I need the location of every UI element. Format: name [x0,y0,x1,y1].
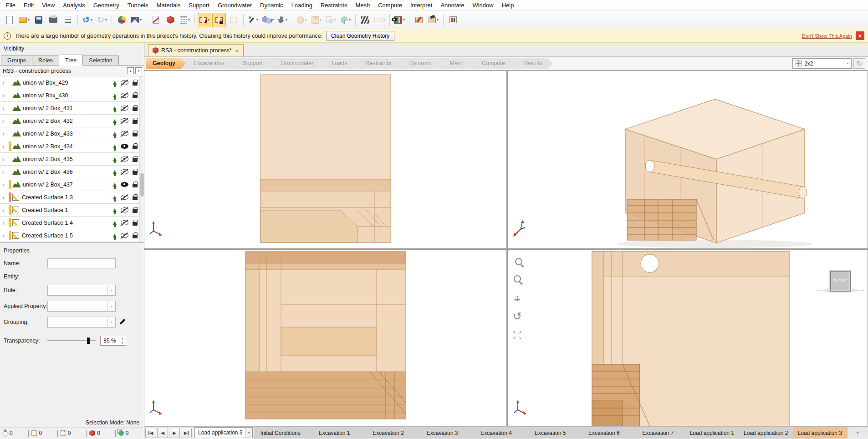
move-up-icon[interactable] [113,221,117,225]
pan-icon[interactable]: ↔↕ [511,292,523,303]
menu-view[interactable]: View [38,0,59,10]
stage-tab-load-application-1[interactable]: Load application 1 [685,427,739,439]
workflow-tab-dynamic[interactable]: Dynamic [397,58,443,69]
tree-row[interactable]: ›Created Surface 1 4 [0,217,144,229]
expand-all-button[interactable]: ▾ [135,67,142,74]
window-selection-button[interactable]: ▾ [198,13,211,27]
move-up-icon[interactable] [113,119,117,123]
tab-roles[interactable]: Roles [32,56,59,65]
subtract-button[interactable]: ▾ [324,13,338,27]
tree-row[interactable]: ›union w/ 2 Box_436 [0,166,144,178]
warning-close-button[interactable]: × [856,31,864,40]
slider-thumb[interactable] [87,338,90,344]
visibility-eye-icon[interactable] [121,233,128,238]
tree-row[interactable]: ›union w/ Box_429 [0,76,144,89]
lock-icon[interactable] [133,107,138,111]
move-up-icon[interactable] [113,145,117,148]
import-geometry-button[interactable]: ▾ [276,13,289,27]
tree-row[interactable]: ›union w/ 2 Box_437 [0,178,144,191]
lock-icon[interactable] [133,158,138,162]
lock-icon[interactable] [133,222,138,226]
menu-annotate[interactable]: Annotate [436,0,468,10]
workflow-tab-excavations[interactable]: Excavations [181,58,235,69]
visibility-eye-icon[interactable] [121,93,128,98]
add-stage-button[interactable]: + [847,427,868,439]
redo-button[interactable]: ↻▾ [95,13,109,27]
undo-button[interactable]: ↺▾ [81,13,94,27]
tree-row[interactable]: ›union w/ Box_430 [0,89,144,102]
viewport-layout-select[interactable]: 2x2 ▾ [792,58,852,69]
visibility-eye-icon[interactable] [121,195,128,200]
workflow-tab-loads[interactable]: Loads [319,58,358,69]
move-up-icon[interactable] [113,183,117,187]
menu-tunnels[interactable]: Tunnels [123,0,153,10]
expand-chevron-icon[interactable]: › [2,207,9,214]
mesh-box-button[interactable]: ▾ [178,13,192,27]
tree-scrollbar[interactable] [139,76,144,242]
new-file-button[interactable] [3,13,16,27]
collapse-all-button[interactable]: ▴ [127,67,134,74]
menu-help[interactable]: Help [498,0,518,10]
visibility-eye-icon[interactable] [121,207,128,212]
menu-analysis[interactable]: Analysis [59,0,89,10]
stage-select[interactable]: Load application 3 ▾ [194,427,253,438]
menu-edit[interactable]: Edit [20,0,38,10]
viewport-right-view[interactable]: ↔↕ ↺ ↖↗↙↘ RIGHT [508,250,868,426]
menu-dynamic[interactable]: Dynamic [256,0,287,10]
expand-chevron-icon[interactable]: › [2,181,9,188]
visibility-eye-icon[interactable] [121,106,128,111]
expand-chevron-icon[interactable]: › [2,130,9,137]
extrude-button[interactable]: ▾ [310,13,323,27]
visibility-eye-icon[interactable] [121,156,128,161]
tree-row[interactable]: ›Created Surface 1 [0,204,144,217]
lock-icon[interactable] [133,235,138,238]
viewport-bottom-left[interactable] [144,250,506,426]
tab-tree[interactable]: Tree [59,55,83,66]
visibility-eye-icon[interactable] [121,220,128,225]
tree-row[interactable]: ›union w/ 2 Box_431 [0,102,144,115]
save-button[interactable] [32,13,46,27]
lock-icon[interactable] [133,82,138,86]
lock-icon[interactable] [133,197,138,200]
expand-chevron-icon[interactable]: › [2,194,9,201]
stage-tab-excavation-1[interactable]: Excavation 1 [307,427,361,439]
dont-show-again-link[interactable]: Don't Show This Again [802,33,852,39]
workflow-tab-compute[interactable]: Compute [469,58,516,69]
view-cube[interactable]: RIGHT [829,270,851,292]
expand-chevron-icon[interactable]: › [2,168,9,176]
paint-material-button[interactable]: ▾ [427,13,440,27]
stage-tab-excavation-7[interactable]: Excavation 7 [631,427,685,439]
expand-chevron-icon[interactable]: › [2,117,9,125]
workflow-tab-geology[interactable]: Geology [146,58,186,69]
lock-selection-button[interactable] [212,13,226,27]
document-tab-close-icon[interactable]: × [235,47,239,54]
open-file-button[interactable]: ▾ [17,13,31,27]
document-tab[interactable]: RS3 - construction process* × [148,44,244,56]
move-up-icon[interactable] [113,196,117,199]
workflow-tab-mesh[interactable]: Mesh [437,58,475,69]
workflow-tab-restraints[interactable]: Restraints [353,58,402,69]
intersect-button[interactable]: ▾ [339,13,352,27]
menu-loading[interactable]: Loading [287,0,317,10]
refresh-views-button[interactable]: ↻ [853,58,865,69]
last-stage-button[interactable]: ▶ [181,428,192,438]
tree-row[interactable]: ›union w/ 2 Box_435 [0,153,144,166]
lock-icon[interactable] [133,184,138,187]
rotate-icon[interactable]: ↺ [511,310,523,322]
visibility-eye-icon[interactable] [121,131,128,136]
next-stage-button[interactable]: ▶ [169,428,180,438]
tree-row[interactable]: ›union w/ 2 Box_432 [0,115,144,127]
sphere-button[interactable]: ▾ [295,13,309,27]
applied-property-select[interactable]: ▾ [47,301,116,312]
visibility-eye-icon[interactable] [121,182,128,187]
move-up-icon[interactable] [113,170,117,174]
move-up-icon[interactable] [113,208,117,212]
expand-chevron-icon[interactable]: › [2,79,9,86]
stage-tab-load-application-3[interactable]: Load application 3 [793,427,847,439]
scrollbar-thumb[interactable] [140,173,144,197]
screenshot-button[interactable]: ▾ [129,13,143,27]
viewport-top-left[interactable] [144,71,506,248]
tree-root-row[interactable]: RS3 - construction process ▴ ▾ [0,66,144,76]
move-up-icon[interactable] [113,94,117,97]
tree-row[interactable]: ›Created Surface 1 5 [0,229,144,242]
